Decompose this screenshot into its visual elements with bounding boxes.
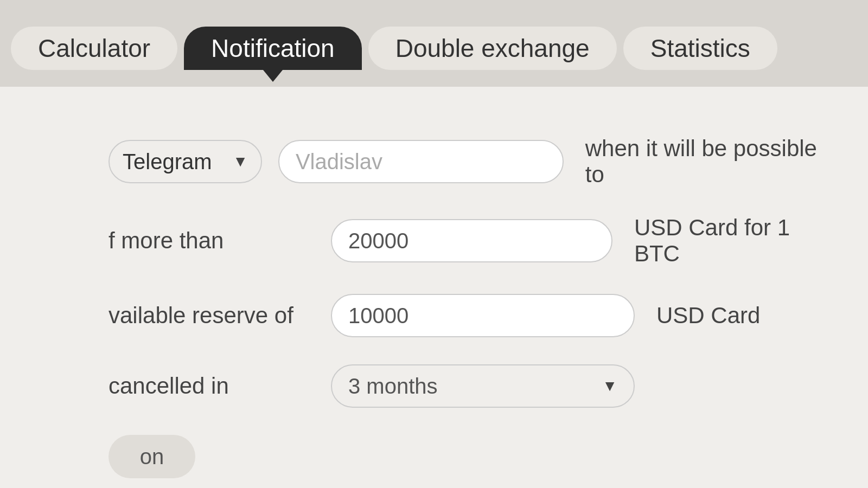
tab-calculator[interactable]: Calculator <box>11 27 177 70</box>
row-reserve: vailable reserve of USD Card <box>108 294 825 337</box>
nav-bar: Calculator Notification Double exchange … <box>0 0 868 87</box>
messenger-dropdown-arrow: ▼ <box>233 153 248 170</box>
cancel-label: cancelled in <box>108 373 315 399</box>
rate-suffix: USD Card for 1 BTC <box>634 215 825 267</box>
tab-double-exchange[interactable]: Double exchange <box>368 27 617 70</box>
rate-input-wrapper <box>331 219 612 262</box>
reserve-input-wrapper <box>331 294 635 337</box>
messenger-label: Telegram <box>123 150 212 174</box>
reserve-label: vailable reserve of <box>108 303 315 329</box>
reserve-suffix: USD Card <box>656 303 760 329</box>
row-cancel: cancelled in 3 months ▼ <box>108 364 825 408</box>
rate-input[interactable] <box>348 229 595 253</box>
cancel-dropdown[interactable]: 3 months ▼ <box>331 364 635 408</box>
username-input[interactable] <box>296 150 546 174</box>
reserve-input[interactable] <box>348 304 617 328</box>
tab-statistics[interactable]: Statistics <box>623 27 777 70</box>
submit-button[interactable]: on <box>108 435 195 478</box>
cancel-dropdown-arrow: ▼ <box>602 377 617 395</box>
tab-notification[interactable]: Notification <box>184 27 362 70</box>
rate-label: f more than <box>108 228 315 254</box>
content-area: Telegram ▼ when it will be possible to f… <box>0 87 868 488</box>
cancel-value: 3 months <box>348 374 438 399</box>
username-input-wrapper <box>278 140 564 183</box>
button-area: on <box>108 435 825 478</box>
messenger-dropdown[interactable]: Telegram ▼ <box>108 140 262 183</box>
row-rate: f more than USD Card for 1 BTC <box>108 215 825 267</box>
notify-text: when it will be possible to <box>585 136 825 188</box>
row-messenger: Telegram ▼ when it will be possible to <box>108 136 825 188</box>
